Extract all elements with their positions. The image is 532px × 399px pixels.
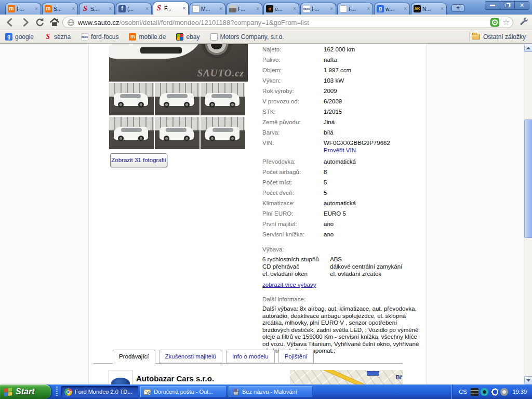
- tab-close-icon[interactable]: ✕: [108, 6, 112, 11]
- spec-row: Servisní knížka:ano: [262, 231, 424, 238]
- teal-ring-tray-icon[interactable]: [481, 388, 488, 396]
- blue-c-tray-icon[interactable]: [490, 388, 498, 396]
- tab-close-icon[interactable]: ✕: [403, 6, 407, 11]
- taskbar-task[interactable]: Doručená pošta - Out...: [140, 386, 227, 397]
- paint-icon: [232, 388, 240, 396]
- browser-tab[interactable]: mS...✕: [42, 3, 78, 15]
- main-car-photo[interactable]: SAUTO.cz: [109, 44, 248, 82]
- browser-tab[interactable]: SS...✕: [79, 3, 115, 15]
- minimize-button[interactable]: [485, 2, 500, 9]
- scrollbar-thumb[interactable]: [524, 119, 532, 238]
- spec-row: Převodovka:automatická: [262, 158, 424, 165]
- car-photo-thumbnail[interactable]: [109, 117, 154, 149]
- task-label: Doručená pošta - Out...: [154, 389, 213, 395]
- car-photo-thumbnail[interactable]: [201, 117, 245, 149]
- tab-close-icon[interactable]: ✕: [34, 6, 38, 11]
- tab-label: e...: [275, 6, 291, 12]
- spec-value: automatická: [324, 158, 356, 165]
- tab-label: F...: [164, 5, 180, 11]
- start-button[interactable]: Start: [0, 384, 51, 399]
- bookmark-item[interactable]: ggoogle: [5, 33, 34, 41]
- seller-tab-poji-t-n-[interactable]: Pojištění: [278, 350, 314, 363]
- car-shape: [205, 127, 240, 140]
- wot-shield-icon[interactable]: [490, 18, 500, 27]
- browser-tab[interactable]: gw...✕: [374, 3, 410, 15]
- seller-tab-prod-vaj-c-[interactable]: Prodávající: [113, 350, 155, 364]
- forward-button[interactable]: [20, 17, 31, 28]
- grey-ring-tray-icon[interactable]: [500, 388, 508, 396]
- bookmark-item[interactable]: Motors Company, s.r.o.: [210, 33, 284, 41]
- browser-tab[interactable]: f(...✕: [116, 3, 152, 15]
- tab-close-icon[interactable]: ✕: [440, 6, 444, 11]
- home-button[interactable]: [49, 17, 60, 28]
- car-window-shape: [167, 94, 188, 98]
- tab-close-icon[interactable]: ✕: [292, 6, 297, 11]
- tab-close-icon[interactable]: ✕: [182, 6, 186, 11]
- bookmark-item[interactable]: ebay: [176, 33, 200, 41]
- tab-close-icon[interactable]: ✕: [219, 6, 223, 11]
- spec-row: Palivo:nafta: [262, 57, 424, 63]
- back-button[interactable]: [4, 17, 16, 28]
- bookmark-item[interactable]: focsford-focus: [81, 33, 118, 41]
- seller-tab-info-o-modelu[interactable]: Info o modelu: [226, 350, 275, 363]
- wheel-shape: [138, 102, 144, 108]
- clock[interactable]: 19:39: [512, 389, 527, 395]
- tab-close-icon[interactable]: ✕: [71, 6, 75, 11]
- tab-close-icon[interactable]: ✕: [366, 6, 370, 11]
- close-button[interactable]: ✕: [514, 2, 529, 9]
- taskbar-task[interactable]: Ford Mondeo 2.0 TD...: [61, 386, 138, 397]
- bookmark-star-icon[interactable]: ☆: [503, 18, 510, 26]
- car-photo-thumbnail[interactable]: [155, 117, 200, 149]
- tab-label: S...: [54, 6, 70, 12]
- equipment-item: dálkové centrální zamykání: [330, 263, 402, 270]
- folder-icon: [472, 34, 480, 39]
- other-bookmarks-button[interactable]: Ostatní záložky: [472, 33, 526, 41]
- bookmark-item[interactable]: Ssezna: [44, 33, 71, 41]
- browser-tab[interactable]: AKN...✕: [411, 3, 447, 15]
- tab-close-icon[interactable]: ✕: [256, 6, 260, 11]
- spec-label: Počet míst:: [262, 179, 324, 186]
- spec-row: Plní EURO:EURO 5: [262, 210, 424, 217]
- dark-app-tray-icon[interactable]: [471, 388, 478, 396]
- car-shape: [159, 127, 194, 140]
- car-photo-thumbnail[interactable]: [109, 83, 154, 115]
- language-indicator[interactable]: CS: [459, 389, 467, 395]
- reload-button[interactable]: [34, 17, 46, 28]
- scroll-up-button[interactable]: [524, 44, 532, 52]
- browser-tab[interactable]: focsF...✕: [300, 3, 336, 15]
- spec-label: Servisní knížka:: [262, 231, 324, 238]
- vertical-scrollbar[interactable]: [524, 44, 532, 384]
- browser-tab[interactable]: F...✕: [227, 3, 262, 15]
- new-tab-button[interactable]: +: [451, 4, 464, 12]
- tab-close-icon[interactable]: ✕: [329, 6, 334, 11]
- spec-row: Barva:bílá: [262, 129, 424, 136]
- verify-vin-link[interactable]: Prověřit VIN: [324, 147, 390, 154]
- seller-tab-zku-enosti-majitel-[interactable]: Zkušenosti majitelů: [159, 350, 222, 363]
- spec-row: STK:1/2015: [262, 109, 424, 115]
- browser-tab[interactable]: ee...✕: [263, 3, 299, 15]
- bookmark-item[interactable]: mmobile.de: [129, 33, 166, 41]
- settings-wrench-button[interactable]: [520, 18, 529, 27]
- mobilede-favicon: m: [45, 5, 52, 12]
- task-label: Bez názvu - Malování: [242, 389, 297, 395]
- browser-tab-active[interactable]: SF...✕: [153, 2, 189, 15]
- scroll-down-button[interactable]: [524, 376, 532, 384]
- tab-label: N...: [422, 6, 438, 12]
- address-bar[interactable]: www.sauto.cz/osobni/detail/ford/mondeo/1…: [62, 17, 513, 28]
- tab-close-icon[interactable]: ✕: [145, 6, 149, 11]
- doc-favicon: [192, 5, 200, 12]
- browser-tab[interactable]: mF...✕: [5, 3, 41, 15]
- start-label: Start: [16, 387, 34, 396]
- show-more-equipment-link[interactable]: zobrazit více výbavy: [262, 282, 424, 288]
- spec-value: bílá: [324, 129, 334, 136]
- restore-button[interactable]: [500, 2, 514, 9]
- seller-map[interactable]: Bř: [290, 370, 403, 384]
- spec-value: 8: [324, 169, 327, 176]
- browser-tab[interactable]: M...✕: [190, 3, 225, 15]
- browser-tab[interactable]: F...✕: [337, 3, 373, 15]
- show-photos-button[interactable]: Zobrazit 31 fotografií: [110, 153, 167, 167]
- map-marker-shape: [367, 371, 379, 376]
- taskbar-task[interactable]: Bez názvu - Malování: [229, 386, 313, 397]
- car-photo-thumbnail[interactable]: [155, 83, 200, 115]
- car-photo-thumbnail[interactable]: [201, 83, 245, 115]
